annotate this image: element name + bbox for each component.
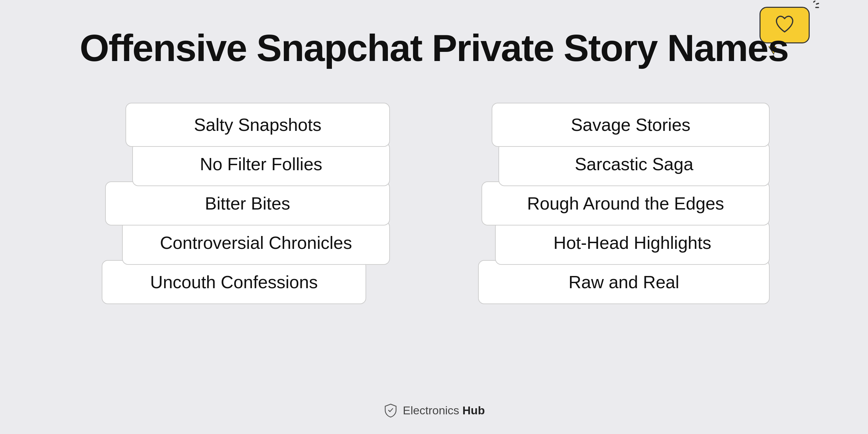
svg-line-1	[816, 3, 818, 4]
content-area: Salty SnapshotsNo Filter FolliesBitter B…	[0, 103, 868, 304]
footer-brand: Electronics Hub	[403, 404, 485, 417]
right-card-2: Sarcastic Saga	[498, 142, 770, 186]
page-title: Offensive Snapchat Private Story Names	[0, 27, 868, 69]
left-card-2: No Filter Follies	[132, 142, 390, 186]
right-card-3: Rough Around the Edges	[481, 181, 770, 225]
right-card-1: Savage Stories	[492, 103, 770, 147]
right-column: Savage StoriesSarcastic SagaRough Around…	[478, 103, 770, 304]
right-card-5: Raw and Real	[478, 260, 770, 304]
footer: Electronics Hub	[383, 403, 485, 418]
left-card-5: Uncouth Confessions	[102, 260, 366, 304]
page-wrapper: Offensive Snapchat Private Story Names S…	[0, 0, 868, 434]
brand-icon	[383, 403, 398, 418]
left-card-1: Salty Snapshots	[125, 103, 390, 147]
header: Offensive Snapchat Private Story Names	[0, 27, 868, 69]
right-card-4: Hot-Head Highlights	[495, 221, 770, 265]
svg-line-0	[814, 1, 815, 2]
footer-logo: Electronics Hub	[383, 403, 485, 418]
left-card-3: Bitter Bites	[105, 181, 390, 225]
left-column: Salty SnapshotsNo Filter FolliesBitter B…	[98, 103, 390, 304]
left-card-4: Controversial Chronicles	[122, 221, 390, 265]
